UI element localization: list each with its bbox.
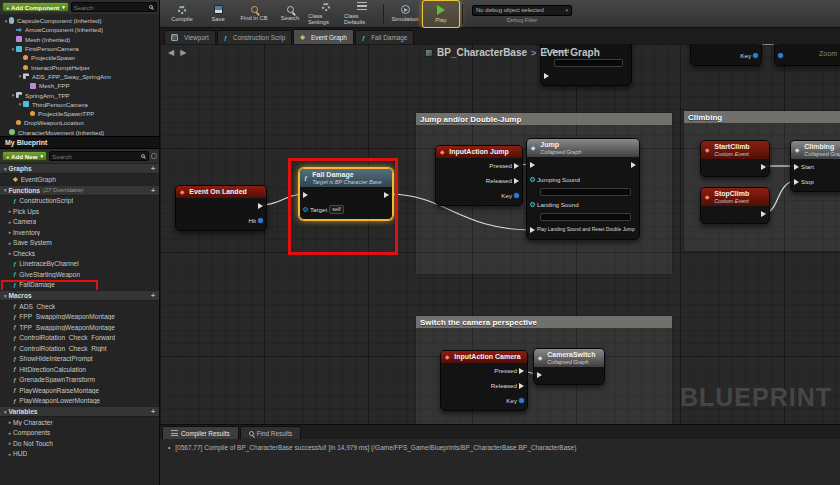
breadcrumb-root[interactable]: BP_CharacterBase (437, 47, 527, 58)
node-input-action-jump[interactable]: ◆InputAction JumpPressedReleasedKey (435, 145, 523, 206)
pin-landing-sound[interactable] (530, 202, 535, 207)
list-item-my-character[interactable]: ▸My Character (0, 417, 159, 428)
asset-selector[interactable] (540, 188, 631, 196)
list-item-constructionscript[interactable]: ƒConstructionScript (0, 196, 159, 207)
pin-key[interactable] (753, 53, 758, 58)
my-blueprint-search-input[interactable] (52, 153, 140, 160)
component-row-capsulecomponent-inherited-[interactable]: ▾CapsuleComponent (Inherited) (0, 16, 159, 25)
pin-exec[interactable] (544, 73, 549, 79)
node-stop-climb[interactable]: ◆StopClimbCustom Event (700, 187, 770, 224)
section-header-macros[interactable]: ▾Macros+ (0, 290, 159, 301)
expander-icon[interactable]: ▾ (17, 73, 23, 79)
component-row-charactermovement-inherited-[interactable]: CharacterMovement (Inherited) (0, 128, 159, 136)
component-row-mesh-fpp[interactable]: Mesh_FPP (0, 81, 159, 90)
pin-target[interactable] (303, 207, 308, 212)
pin-exec[interactable] (761, 211, 766, 217)
pin-exec[interactable] (778, 53, 783, 58)
list-item-ads-check[interactable]: ƒADS_Check (0, 301, 159, 312)
pin-exec[interactable] (761, 164, 766, 170)
list-item-playweaponlowermontage[interactable]: ƒPlayWeaponLowerMontage (0, 396, 159, 407)
add-component-button[interactable]: + Add Component (2, 2, 69, 12)
tab-find-results[interactable]: Find Results (240, 426, 302, 439)
list-item-camera[interactable]: ▸Camera (0, 217, 159, 228)
class-defaults-button[interactable]: Class Defaults (344, 1, 380, 27)
pin-default-value[interactable]: self (329, 205, 344, 214)
tab-compiler-results[interactable]: Compiler Results (162, 426, 239, 439)
node-climbing[interactable]: ◈ClimbingCollapsed GraphStartStop (790, 140, 840, 192)
comment-title[interactable]: Climbing (684, 111, 840, 123)
component-row-ads-fpp-sway-springarm[interactable]: ▾ADS_FPP_Sway_SpringArm (0, 72, 159, 81)
list-item-controlrotation-check-right[interactable]: ƒControlRotation_Check_Right (0, 343, 159, 354)
pin-pressed[interactable] (514, 163, 519, 169)
section-header-graphs[interactable]: ▾Graphs+ (0, 163, 159, 174)
pin-key[interactable] (514, 193, 519, 198)
section-add-button[interactable]: + (151, 292, 155, 299)
component-row-arrowcomponent-inherited-[interactable]: ArrowComponent (Inherited) (0, 25, 159, 34)
pin-exec[interactable] (384, 192, 389, 198)
pin-play-landing-sound-and-reset-double-jump[interactable] (530, 227, 535, 233)
debug-object-dropdown[interactable]: No debug object selected ▾ (472, 5, 572, 16)
section-header-variables[interactable]: ▾Variables+ (0, 406, 159, 417)
list-item-save-system[interactable]: ▸Save System (0, 238, 159, 249)
node-fall-damage[interactable]: ƒFall DamageTarget is BP Character BaseT… (299, 168, 393, 220)
expander-icon[interactable]: ▾ (10, 92, 16, 98)
comment-title[interactable]: Jump and/or Double-Jump (416, 113, 672, 125)
section-add-button[interactable]: + (151, 408, 155, 415)
component-row-interactprompthelper[interactable]: InteractPromptHelper (0, 62, 159, 71)
component-row-springarm-tpp[interactable]: ▾SpringArm_TPP (0, 90, 159, 99)
pin-start[interactable] (794, 164, 799, 170)
list-item-do-not-touch[interactable]: ▸Do Not Touch (0, 438, 159, 449)
list-item-eventgraph[interactable]: ◈EventGraph (0, 174, 159, 185)
my-blueprint-search-box[interactable] (49, 151, 149, 161)
pin-exec[interactable] (537, 372, 542, 378)
node-input-action-camera[interactable]: ◆InputAction CameraPressedReleasedKey (440, 350, 528, 411)
list-item-hud[interactable]: ▸HUD (0, 449, 159, 460)
tab-event-graph[interactable]: ◈Event Graph (293, 29, 354, 44)
simulation-button[interactable]: Simulation (387, 1, 423, 27)
list-item-checks[interactable]: ▸Checks (0, 248, 159, 259)
add-new-button[interactable]: + Add New (2, 151, 47, 161)
asset-selector[interactable] (554, 59, 623, 67)
pin-released[interactable] (519, 383, 524, 389)
list-item-givestartingweapon[interactable]: ƒGiveStartingWeapon (0, 269, 159, 280)
list-item-playweaponraisemontage[interactable]: ƒPlayWeaponRaiseMontage (0, 385, 159, 396)
section-header-functions[interactable]: ▾Functions(27 Overridable)+ (0, 185, 159, 196)
list-item-hitdirectioncalculation[interactable]: ƒHitDirectionCalculation (0, 364, 159, 375)
list-item-falldamage[interactable]: ƒFallDamage (0, 280, 159, 291)
gear-icon[interactable] (151, 153, 157, 159)
pin-pressed[interactable] (519, 368, 524, 374)
nav-forward-button[interactable]: ▶ (180, 48, 186, 57)
pin-exec[interactable] (631, 162, 636, 168)
list-item-tpp-swappingweaponmontage[interactable]: ƒTPP_SwappingWeaponMontage (0, 322, 159, 333)
comment-title[interactable]: Switch the camera perspective (416, 316, 672, 328)
search-button[interactable]: Search (272, 1, 308, 27)
components-search-input[interactable] (74, 4, 148, 11)
class-settings-button[interactable]: Class Settings (308, 1, 344, 27)
tab-fall-damage[interactable]: ƒFall Damage (355, 30, 415, 44)
pin-exec[interactable] (530, 162, 535, 168)
list-item-fpp-swappingweaponmontage[interactable]: ƒFPP_SwappingWeaponMontage (0, 312, 159, 323)
node-input-fragment-a[interactable]: PressedReleasedKey (690, 44, 762, 66)
components-search-box[interactable] (71, 2, 157, 12)
node-start-climb[interactable]: ◆StartClimbCustom Event (700, 140, 770, 177)
find-in-cb-button[interactable]: Find in CB (236, 1, 272, 27)
pin-jumping-sound[interactable] (530, 177, 535, 182)
node-camera-switch[interactable]: ◈CameraSwitchCollapsed Graph (533, 348, 605, 385)
section-add-button[interactable]: + (151, 187, 155, 194)
node-jump[interactable]: ◈JumpCollapsed GraphJumping SoundLanding… (526, 138, 640, 240)
component-row-mesh-inherited-[interactable]: Mesh (Inherited) (0, 35, 159, 44)
play-button[interactable]: Play (423, 1, 459, 27)
pin-released[interactable] (514, 178, 519, 184)
pin-key[interactable] (519, 398, 524, 403)
list-item-grenadespawntransform[interactable]: ƒGrenadeSpawnTransform (0, 375, 159, 386)
section-add-button[interactable]: + (151, 165, 155, 172)
pin-exec[interactable] (258, 203, 263, 209)
save-button[interactable]: Save (200, 1, 236, 27)
component-row-dropweaponlocation[interactable]: DropWeaponLocation (0, 118, 159, 127)
asset-selector[interactable] (540, 213, 631, 221)
component-row-projectilespawn[interactable]: ProjectileSpawn (0, 53, 159, 62)
list-item-components[interactable]: ▸Components (0, 428, 159, 439)
list-item-linetracebychannel[interactable]: ƒLinetraceByChannel (0, 259, 159, 270)
pin-hit[interactable] (258, 218, 263, 223)
list-item-controlrotation-check-forward[interactable]: ƒControlRotation_Check_Forward (0, 333, 159, 344)
